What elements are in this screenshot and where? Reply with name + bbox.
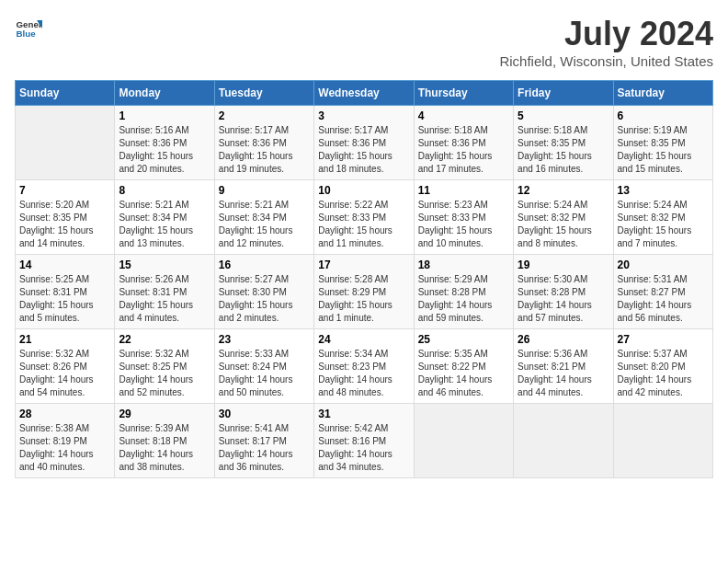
calendar-cell: 14Sunrise: 5:25 AMSunset: 8:31 PMDayligh…: [16, 255, 115, 329]
calendar-cell: 4Sunrise: 5:18 AMSunset: 8:36 PMDaylight…: [414, 106, 513, 180]
day-number: 5: [518, 109, 609, 122]
day-info: Sunrise: 5:34 AMSunset: 8:23 PMDaylight:…: [318, 348, 409, 399]
day-number: 31: [318, 408, 409, 420]
day-info: Sunrise: 5:32 AMSunset: 8:26 PMDaylight:…: [19, 348, 110, 399]
calendar-cell: 18Sunrise: 5:29 AMSunset: 8:28 PMDayligh…: [414, 255, 513, 329]
day-number: 23: [219, 333, 310, 346]
day-info: Sunrise: 5:39 AMSunset: 8:18 PMDaylight:…: [119, 422, 210, 474]
calendar-cell: 8Sunrise: 5:21 AMSunset: 8:34 PMDaylight…: [115, 180, 214, 255]
calendar-cell: 20Sunrise: 5:31 AMSunset: 8:27 PMDayligh…: [613, 255, 712, 329]
calendar-cell: 27Sunrise: 5:37 AMSunset: 8:20 PMDayligh…: [613, 329, 712, 404]
day-number: 6: [618, 109, 709, 122]
day-info: Sunrise: 5:24 AMSunset: 8:32 PMDaylight:…: [518, 199, 609, 250]
calendar-cell: 1Sunrise: 5:16 AMSunset: 8:36 PMDaylight…: [115, 106, 214, 180]
calendar-cell: 24Sunrise: 5:34 AMSunset: 8:23 PMDayligh…: [314, 329, 414, 404]
day-info: Sunrise: 5:25 AMSunset: 8:31 PMDaylight:…: [19, 273, 110, 325]
day-header-friday: Friday: [514, 81, 613, 106]
title-area: July 2024 Richfield, Wisconsin, United S…: [499, 15, 713, 69]
day-info: Sunrise: 5:32 AMSunset: 8:25 PMDaylight:…: [119, 348, 210, 399]
day-info: Sunrise: 5:23 AMSunset: 8:33 PMDaylight:…: [418, 199, 509, 250]
calendar-cell: 26Sunrise: 5:36 AMSunset: 8:21 PMDayligh…: [514, 329, 613, 404]
day-info: Sunrise: 5:27 AMSunset: 8:30 PMDaylight:…: [219, 273, 310, 325]
calendar-table: SundayMondayTuesdayWednesdayThursdayFrid…: [15, 80, 713, 478]
calendar-cell: 16Sunrise: 5:27 AMSunset: 8:30 PMDayligh…: [214, 255, 313, 329]
day-number: 9: [219, 184, 310, 197]
logo-icon: General Blue: [15, 15, 42, 42]
calendar-cell: 2Sunrise: 5:17 AMSunset: 8:36 PMDaylight…: [214, 106, 313, 180]
day-info: Sunrise: 5:26 AMSunset: 8:31 PMDaylight:…: [119, 273, 210, 325]
calendar-cell: 19Sunrise: 5:30 AMSunset: 8:28 PMDayligh…: [514, 255, 613, 329]
calendar-cell: [613, 404, 712, 478]
week-row-1: 1Sunrise: 5:16 AMSunset: 8:36 PMDaylight…: [16, 106, 713, 180]
day-number: 15: [119, 259, 210, 271]
subtitle: Richfield, Wisconsin, United States: [499, 53, 713, 69]
day-number: 10: [318, 184, 409, 197]
day-number: 25: [418, 333, 509, 346]
day-info: Sunrise: 5:35 AMSunset: 8:22 PMDaylight:…: [418, 348, 509, 399]
day-number: 17: [318, 259, 409, 271]
day-number: 27: [618, 333, 709, 346]
day-number: 12: [518, 184, 609, 197]
logo: General Blue: [15, 15, 42, 42]
calendar-cell: 7Sunrise: 5:20 AMSunset: 8:35 PMDaylight…: [16, 180, 115, 255]
calendar-cell: 21Sunrise: 5:32 AMSunset: 8:26 PMDayligh…: [16, 329, 115, 404]
calendar-cell: 5Sunrise: 5:18 AMSunset: 8:35 PMDaylight…: [514, 106, 613, 180]
day-info: Sunrise: 5:30 AMSunset: 8:28 PMDaylight:…: [518, 273, 609, 325]
header-row: SundayMondayTuesdayWednesdayThursdayFrid…: [16, 81, 713, 106]
day-number: 19: [518, 259, 609, 271]
day-number: 30: [219, 408, 310, 420]
day-number: 11: [418, 184, 509, 197]
day-info: Sunrise: 5:17 AMSunset: 8:36 PMDaylight:…: [318, 124, 409, 176]
day-number: 20: [618, 259, 709, 271]
day-number: 7: [19, 184, 110, 197]
week-row-3: 14Sunrise: 5:25 AMSunset: 8:31 PMDayligh…: [16, 255, 713, 329]
day-header-monday: Monday: [115, 81, 214, 106]
week-row-4: 21Sunrise: 5:32 AMSunset: 8:26 PMDayligh…: [16, 329, 713, 404]
svg-text:Blue: Blue: [17, 29, 37, 39]
day-info: Sunrise: 5:16 AMSunset: 8:36 PMDaylight:…: [119, 124, 210, 176]
day-header-saturday: Saturday: [613, 81, 712, 106]
day-number: 1: [119, 109, 210, 122]
day-info: Sunrise: 5:37 AMSunset: 8:20 PMDaylight:…: [618, 348, 709, 399]
day-header-sunday: Sunday: [16, 81, 115, 106]
calendar-cell: 25Sunrise: 5:35 AMSunset: 8:22 PMDayligh…: [414, 329, 513, 404]
day-info: Sunrise: 5:24 AMSunset: 8:32 PMDaylight:…: [618, 199, 709, 250]
day-info: Sunrise: 5:20 AMSunset: 8:35 PMDaylight:…: [19, 199, 110, 250]
day-number: 24: [318, 333, 409, 346]
week-row-2: 7Sunrise: 5:20 AMSunset: 8:35 PMDaylight…: [16, 180, 713, 255]
day-info: Sunrise: 5:21 AMSunset: 8:34 PMDaylight:…: [119, 199, 210, 250]
calendar-cell: 6Sunrise: 5:19 AMSunset: 8:35 PMDaylight…: [613, 106, 712, 180]
calendar-cell: 13Sunrise: 5:24 AMSunset: 8:32 PMDayligh…: [613, 180, 712, 255]
day-number: 4: [418, 109, 509, 122]
header: General Blue July 2024 Richfield, Wiscon…: [15, 15, 713, 69]
calendar-cell: 11Sunrise: 5:23 AMSunset: 8:33 PMDayligh…: [414, 180, 513, 255]
calendar-cell: 28Sunrise: 5:38 AMSunset: 8:19 PMDayligh…: [16, 404, 115, 478]
calendar-cell: 10Sunrise: 5:22 AMSunset: 8:33 PMDayligh…: [314, 180, 414, 255]
day-number: 26: [518, 333, 609, 346]
day-number: 22: [119, 333, 210, 346]
calendar-cell: 3Sunrise: 5:17 AMSunset: 8:36 PMDaylight…: [314, 106, 414, 180]
calendar-cell: 15Sunrise: 5:26 AMSunset: 8:31 PMDayligh…: [115, 255, 214, 329]
calendar-cell: 17Sunrise: 5:28 AMSunset: 8:29 PMDayligh…: [314, 255, 414, 329]
calendar-cell: 31Sunrise: 5:42 AMSunset: 8:16 PMDayligh…: [314, 404, 414, 478]
day-number: 13: [618, 184, 709, 197]
calendar-cell: [16, 106, 115, 180]
day-number: 3: [318, 109, 409, 122]
day-info: Sunrise: 5:18 AMSunset: 8:35 PMDaylight:…: [518, 124, 609, 176]
day-info: Sunrise: 5:41 AMSunset: 8:17 PMDaylight:…: [219, 422, 310, 474]
calendar-cell: 12Sunrise: 5:24 AMSunset: 8:32 PMDayligh…: [514, 180, 613, 255]
day-info: Sunrise: 5:29 AMSunset: 8:28 PMDaylight:…: [418, 273, 509, 325]
day-info: Sunrise: 5:38 AMSunset: 8:19 PMDaylight:…: [19, 422, 110, 474]
calendar-cell: 22Sunrise: 5:32 AMSunset: 8:25 PMDayligh…: [115, 329, 214, 404]
day-info: Sunrise: 5:17 AMSunset: 8:36 PMDaylight:…: [219, 124, 310, 176]
day-number: 29: [119, 408, 210, 420]
day-number: 18: [418, 259, 509, 271]
day-header-wednesday: Wednesday: [314, 81, 414, 106]
day-info: Sunrise: 5:28 AMSunset: 8:29 PMDaylight:…: [318, 273, 409, 325]
day-number: 2: [219, 109, 310, 122]
calendar-cell: 9Sunrise: 5:21 AMSunset: 8:34 PMDaylight…: [214, 180, 313, 255]
day-info: Sunrise: 5:19 AMSunset: 8:35 PMDaylight:…: [618, 124, 709, 176]
day-info: Sunrise: 5:18 AMSunset: 8:36 PMDaylight:…: [418, 124, 509, 176]
day-number: 14: [19, 259, 110, 271]
calendar-cell: 23Sunrise: 5:33 AMSunset: 8:24 PMDayligh…: [214, 329, 313, 404]
